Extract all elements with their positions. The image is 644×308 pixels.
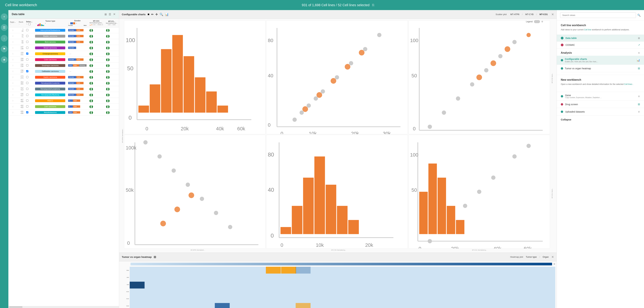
chart-export-icon[interactable]: 📊 — [165, 12, 168, 16]
add-button[interactable]: + — [1, 14, 8, 20]
tab-mt-co1[interactable]: MT-CO1 — [538, 12, 549, 16]
tumor-cell: Hematopoietic/Myeloma — [34, 92, 67, 98]
download-icon[interactable]: ↓ — [1, 35, 8, 42]
grid-view-icon[interactable]: ⊞ — [104, 13, 107, 16]
legend-toggle[interactable] — [534, 20, 540, 23]
select-cell[interactable] — [25, 98, 34, 104]
row-checkbox[interactable] — [26, 94, 28, 96]
row-checkbox[interactable] — [26, 52, 28, 55]
analysis-collapse-icon[interactable]: ∧ — [638, 51, 640, 54]
row-checkbox[interactable] — [26, 47, 28, 49]
svg-point-27 — [316, 92, 322, 98]
select-cell[interactable] — [25, 51, 34, 57]
select-cell[interactable] — [25, 68, 34, 74]
row-checkbox[interactable] — [26, 29, 28, 31]
analysis-item-charts[interactable]: Configurable charts Scatter plot, Violin… — [557, 56, 644, 65]
copy-icon[interactable]: ⎘ — [372, 3, 374, 7]
svg-text:20k: 20k — [181, 126, 189, 131]
svg-text:100k: 100k — [126, 145, 136, 150]
zoom-icon[interactable]: 🔍 — [160, 12, 163, 16]
svg-text:50: 50 — [411, 73, 417, 78]
select-cell[interactable] — [25, 110, 34, 116]
select-cell[interactable] — [25, 57, 34, 62]
aggr-cell: | | — [8, 33, 17, 39]
row-checkbox[interactable] — [26, 58, 28, 60]
square-icon[interactable]: ■ — [148, 12, 150, 16]
cell-lines-link[interactable]: Cell lines — [624, 83, 632, 86]
external-link-icon[interactable]: ↗ — [638, 44, 640, 46]
svg-point-44 — [484, 68, 488, 72]
svg-rect-117 — [296, 267, 310, 274]
chart-body: MT-ATP6: Normalized... — [119, 19, 556, 252]
table-container[interactable]: Aggr... ··· Rank ··· Selec.. — [8, 18, 119, 306]
select-cell[interactable] — [25, 86, 34, 92]
search-input[interactable] — [560, 12, 636, 18]
select-cell[interactable] — [25, 80, 34, 86]
drug-screen-item[interactable]: Drug screen ⊞ — [557, 101, 644, 108]
row-checkbox[interactable] — [26, 64, 28, 66]
pencil-icon[interactable]: ✏ — [151, 12, 154, 16]
mt-co1-cell: ◖◗ — [88, 92, 104, 98]
heatmap-scale: 0.00 31.3 62.5 93.8 125 — [130, 263, 552, 266]
move-icon[interactable]: ✛ — [155, 12, 158, 16]
gene-item[interactable]: Gene Copy number, Expression, Mutation, … — [557, 92, 644, 101]
row-checkbox[interactable] — [26, 88, 28, 90]
data-table-header: Data table ⊞ ☰ ✕ — [8, 10, 119, 18]
settings-icon[interactable]: ⚙ — [541, 20, 543, 23]
row-checkbox[interactable] — [26, 111, 28, 114]
select-cell[interactable] — [25, 33, 34, 39]
star-icon[interactable]: ★ — [1, 56, 8, 63]
mt-co3-cell: ◖◗ — [104, 80, 119, 86]
view-item-cosmic[interactable]: COSMIC ↗ — [557, 42, 644, 48]
svg-text:100: 100 — [410, 152, 418, 158]
close-chart-button[interactable]: ✕ — [552, 12, 554, 16]
rank-cell: 144 — [17, 27, 25, 33]
select-cell[interactable] — [25, 104, 34, 110]
list-view-icon[interactable]: ☰ — [109, 13, 111, 16]
svg-text:30k: 30k — [383, 131, 391, 134]
mt-co1-cell: ◖◗ — [88, 33, 104, 39]
select-cell[interactable] — [25, 62, 34, 68]
row-checkbox[interactable] — [26, 82, 28, 84]
uploaded-expand-icon[interactable]: ∨ — [638, 110, 640, 113]
select-cell[interactable] — [25, 92, 34, 98]
select-cell[interactable] — [25, 74, 34, 80]
cell-line-link[interactable]: Cell line — [584, 28, 591, 31]
analysis-sub-charts: Scatter plot, Violin plot, Box plot, Bar… — [565, 61, 598, 62]
select-cell[interactable] — [25, 39, 34, 45]
view-item-data-table[interactable]: Data table ⊞ — [557, 35, 644, 42]
select-cell[interactable] — [25, 45, 34, 51]
close-heatmap-button[interactable]: ✕ — [552, 255, 554, 259]
collapse-button[interactable]: Collapse — [557, 116, 644, 124]
select-cell[interactable] — [25, 27, 34, 33]
view-dot-cosmic — [561, 44, 564, 46]
menu-icon[interactable]: ☰ — [1, 24, 8, 31]
row-checkbox[interactable] — [26, 41, 28, 43]
svg-point-21 — [349, 61, 353, 65]
row-checkbox[interactable] — [26, 105, 28, 108]
search-icon[interactable]: 🔍 — [637, 14, 641, 17]
tumor-cell: Esophagus carcinoma — [34, 62, 67, 68]
tab-mt-atp6[interactable]: MT-ATP6 — [509, 12, 520, 16]
view-item-cosmic-left: COSMIC — [561, 44, 575, 46]
uploaded-datasets-item[interactable]: Uploaded datasets ∨ — [557, 108, 644, 116]
gender-cell: FemaleMale — [67, 80, 88, 86]
gene-expand-icon[interactable]: ∨ — [638, 94, 640, 98]
horizontal-scrollbar[interactable] — [8, 306, 119, 308]
aggr-cell: | | — [8, 68, 17, 74]
aggr-cell: | | — [8, 86, 17, 92]
row-checkbox[interactable] — [26, 76, 28, 78]
row-checkbox[interactable] — [26, 35, 28, 37]
analysis-item-heatmap[interactable]: Tumor vs organ heatmap ⊞ — [561, 65, 640, 72]
close-datatable-button[interactable]: ✕ — [113, 12, 116, 16]
row-checkbox[interactable] — [26, 70, 28, 72]
svg-text:60k: 60k — [524, 246, 532, 248]
select-all-checkbox[interactable] — [28, 23, 30, 25]
tab-mt-cyb[interactable]: MT-CYB — [524, 12, 534, 16]
scrollbar-thumb[interactable] — [9, 306, 22, 308]
row-checkbox[interactable] — [26, 100, 28, 102]
heatmap-settings-icon[interactable]: ⚙ — [554, 263, 555, 265]
heatmap-config-icon[interactable]: ⊞ — [154, 255, 156, 259]
svg-text:0: 0 — [418, 246, 421, 248]
flag-icon[interactable]: ⚑ — [1, 46, 8, 52]
